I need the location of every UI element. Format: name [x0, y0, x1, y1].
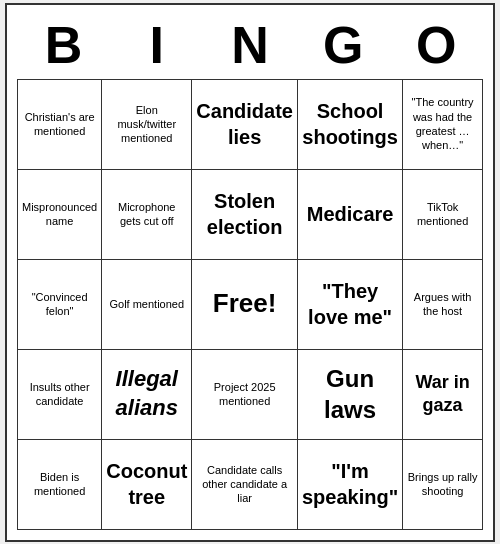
table-row: "Convinced felon" [18, 260, 102, 350]
table-row: Candidate lies [192, 80, 298, 170]
table-row: Gun laws [298, 350, 403, 440]
table-row: Mispronounced name [18, 170, 102, 260]
table-row: Brings up rally shooting [403, 440, 483, 530]
letter-b: B [20, 15, 108, 75]
table-row: "The country was had the greatest … when… [403, 80, 483, 170]
letter-g: G [299, 15, 387, 75]
table-row: "They love me" [298, 260, 403, 350]
table-row: Medicare [298, 170, 403, 260]
table-row: Argues with the host [403, 260, 483, 350]
table-row: Coconut tree [102, 440, 192, 530]
bingo-card: B I N G O Christian's are mentionedElon … [5, 3, 495, 542]
table-row: Christian's are mentioned [18, 80, 102, 170]
table-row: Free! [192, 260, 298, 350]
letter-n: N [206, 15, 294, 75]
bingo-grid: Christian's are mentionedElon musk/twitt… [17, 79, 483, 530]
table-row: Insults other candidate [18, 350, 102, 440]
table-row: Golf mentioned [102, 260, 192, 350]
table-row: School shootings [298, 80, 403, 170]
table-row: Project 2025 mentioned [192, 350, 298, 440]
letter-o: O [392, 15, 480, 75]
letter-i: I [113, 15, 201, 75]
table-row: Candidate calls other candidate a liar [192, 440, 298, 530]
table-row: Elon musk/twitter mentioned [102, 80, 192, 170]
bingo-header: B I N G O [17, 15, 483, 75]
table-row: TikTok mentioned [403, 170, 483, 260]
table-row: Biden is mentioned [18, 440, 102, 530]
table-row: "I'm speaking" [298, 440, 403, 530]
table-row: Stolen election [192, 170, 298, 260]
table-row: War in gaza [403, 350, 483, 440]
table-row: Illegal alians [102, 350, 192, 440]
table-row: Microphone gets cut off [102, 170, 192, 260]
